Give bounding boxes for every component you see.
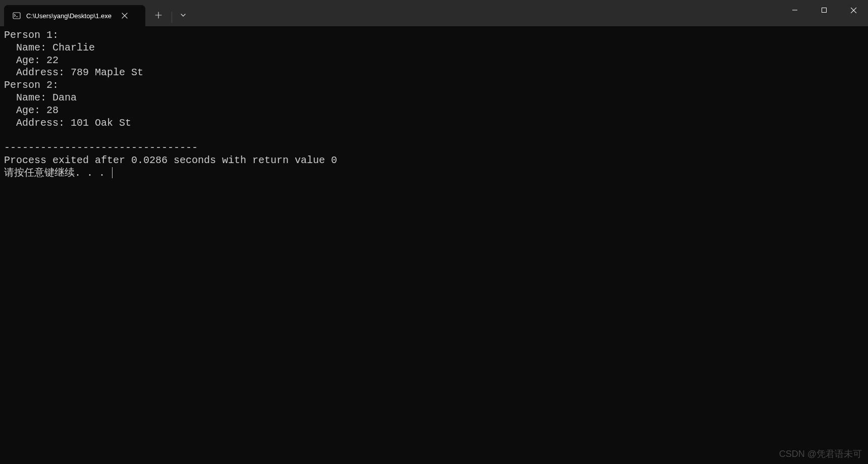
titlebar: C:\Users\yang\Desktop\1.exe bbox=[0, 0, 868, 26]
terminal-output[interactable]: Person 1: Name: Charlie Age: 22 Address:… bbox=[0, 26, 868, 183]
output-line: Address: 101 Oak St bbox=[4, 117, 131, 129]
output-line: Name: Charlie bbox=[4, 42, 95, 54]
output-line: Address: 789 Maple St bbox=[4, 67, 143, 78]
svg-rect-0 bbox=[13, 13, 20, 19]
tab-dropdown-button[interactable] bbox=[174, 6, 192, 24]
exit-message: Process exited after 0.0286 seconds with… bbox=[4, 154, 337, 166]
maximize-button[interactable] bbox=[809, 0, 839, 20]
active-tab[interactable]: C:\Users\yang\Desktop\1.exe bbox=[4, 5, 145, 26]
new-tab-button[interactable] bbox=[149, 6, 168, 24]
tab-divider bbox=[172, 12, 172, 23]
output-line: Age: 28 bbox=[4, 105, 59, 116]
minimize-button[interactable] bbox=[780, 0, 809, 20]
output-line: Age: 22 bbox=[4, 55, 59, 66]
tab-title: C:\Users\yang\Desktop\1.exe bbox=[26, 12, 112, 20]
close-window-button[interactable] bbox=[839, 0, 868, 20]
window-controls bbox=[780, 0, 868, 20]
terminal-icon bbox=[12, 11, 21, 20]
output-line: Person 1: bbox=[4, 29, 59, 41]
close-tab-button[interactable] bbox=[120, 11, 130, 21]
output-line: Person 2: bbox=[4, 79, 59, 91]
output-line: Name: Dana bbox=[4, 92, 77, 104]
watermark: CSDN @凭君语未可 bbox=[779, 448, 862, 460]
continue-prompt: 请按任意键继续. . . bbox=[4, 167, 111, 179]
cursor bbox=[112, 167, 113, 178]
svg-rect-3 bbox=[822, 8, 827, 13]
output-separator: -------------------------------- bbox=[4, 142, 198, 153]
